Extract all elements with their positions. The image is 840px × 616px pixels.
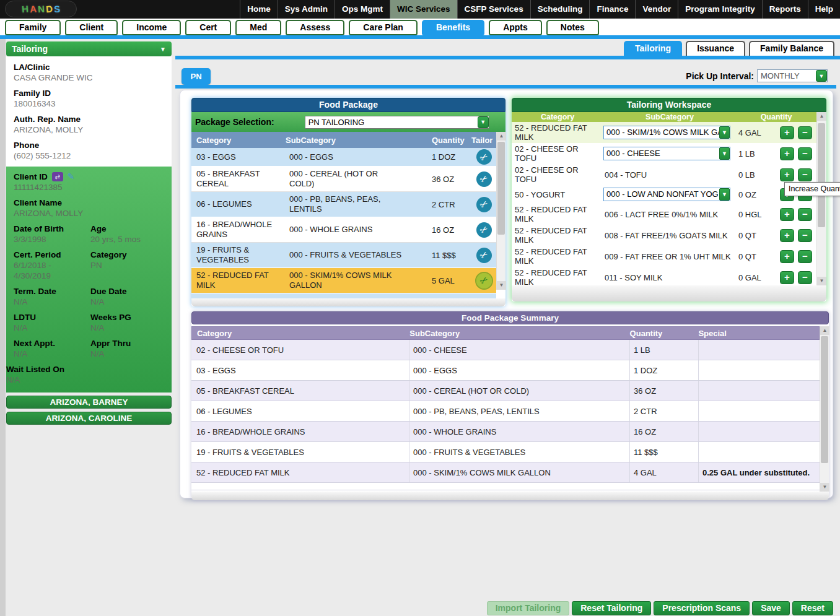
- table-row[interactable]: 03 - EGGS000 - EGGS1 DOZ✂: [191, 148, 496, 167]
- save-button[interactable]: Save: [752, 601, 790, 615]
- logo-letter: N: [37, 4, 45, 15]
- cell-quantity: 0 GAL: [736, 273, 776, 282]
- scroll-down-icon[interactable]: ▼: [497, 281, 506, 290]
- increase-quantity-button[interactable]: +: [780, 271, 794, 284]
- pickup-interval-select[interactable]: MONTHLY ▼: [757, 69, 828, 82]
- client-category-tab[interactable]: PN: [182, 68, 211, 85]
- tab-appts[interactable]: Appts: [489, 20, 542, 35]
- workspace-scrollbar[interactable]: ▲ ▼: [816, 112, 826, 285]
- scrollbar-thumb[interactable]: [497, 142, 505, 235]
- sidebar-section-dropdown[interactable]: Tailoring ▼: [6, 41, 172, 56]
- summary-scrollbar[interactable]: ▲ ▼: [820, 326, 829, 492]
- edit-client-icon[interactable]: ✎: [68, 172, 75, 181]
- cell-quantity: 1 DOZ: [630, 360, 699, 380]
- tab-cert[interactable]: Cert: [185, 20, 231, 35]
- increase-quantity-button[interactable]: +: [780, 168, 794, 181]
- tab-benefits[interactable]: Benefits: [422, 20, 484, 35]
- chevron-down-icon[interactable]: ▼: [478, 116, 489, 128]
- chevron-down-icon[interactable]: ▼: [719, 147, 730, 160]
- tailor-scissors-icon[interactable]: ✂: [476, 197, 492, 212]
- quantity-controls: +−: [776, 229, 816, 242]
- decrease-quantity-button[interactable]: −: [798, 208, 812, 221]
- top-nav-item-wic-services[interactable]: WIC Services: [390, 0, 457, 19]
- tailor-scissors-icon[interactable]: ✂: [476, 171, 492, 187]
- cell-quantity: 5 GAL: [432, 276, 471, 285]
- cell-quantity: 0 QT: [736, 252, 776, 261]
- top-nav-item-program-integrity[interactable]: Program Integrity: [678, 0, 762, 19]
- family-member-button-arizona-barney[interactable]: ARIZONA, BARNEY: [6, 396, 172, 409]
- tailor-scissors-icon[interactable]: ✂: [476, 273, 492, 288]
- transfer-client-icon[interactable]: ⇄: [52, 172, 63, 181]
- reset-button[interactable]: Reset: [792, 601, 833, 615]
- cell-subcategory: 000 - WHOLE GRAINS: [286, 222, 432, 237]
- tab-care-plan[interactable]: Care Plan: [349, 20, 418, 35]
- column-header-subcategory: SubCategory: [603, 112, 736, 122]
- tab-family-balance[interactable]: Family Balance: [749, 41, 834, 56]
- decrease-quantity-button[interactable]: −: [798, 126, 812, 139]
- tailor-scissors-icon[interactable]: ✂: [476, 248, 492, 263]
- tab-med[interactable]: Med: [235, 20, 281, 35]
- top-nav-item-home[interactable]: Home: [240, 0, 278, 19]
- chevron-down-icon[interactable]: ▼: [719, 188, 730, 201]
- decrease-quantity-button[interactable]: −: [798, 250, 812, 263]
- tab-client[interactable]: Client: [65, 20, 118, 35]
- tab-tailoring[interactable]: Tailoring: [624, 41, 682, 56]
- field-label: Cert. Period: [14, 249, 83, 260]
- cell-tailor: ✂: [471, 246, 496, 264]
- scrollbar-thumb[interactable]: [818, 123, 825, 227]
- table-row[interactable]: 06 - LEGUMES000 - PB, BEANS, PEAS, LENTI…: [191, 192, 496, 217]
- decrease-quantity-button[interactable]: −: [798, 229, 812, 242]
- tailor-scissors-icon[interactable]: ✂: [476, 222, 492, 238]
- scroll-down-icon[interactable]: ▼: [820, 483, 829, 492]
- top-nav-item-csfp-services[interactable]: CSFP Services: [457, 0, 530, 19]
- table-row[interactable]: 19 - FRUITS & VEGETABLES000 - FRUITS & V…: [191, 243, 496, 268]
- prescription-scans-button[interactable]: Prescription Scans: [654, 601, 750, 615]
- package-selection-select[interactable]: PN TAILORING ▼: [305, 116, 489, 129]
- top-nav-item-sys-admin[interactable]: Sys Admin: [278, 0, 335, 19]
- chevron-down-icon[interactable]: ▼: [719, 126, 730, 139]
- top-nav-item-reports[interactable]: Reports: [762, 0, 808, 19]
- increase-quantity-button[interactable]: +: [780, 126, 794, 139]
- cell-category: 06 - LEGUMES: [191, 197, 286, 212]
- scroll-up-icon[interactable]: ▲: [497, 132, 506, 141]
- reset-tailoring-button[interactable]: Reset Tailoring: [572, 601, 651, 615]
- scroll-up-icon[interactable]: ▲: [820, 326, 829, 335]
- decrease-quantity-button[interactable]: −: [798, 168, 812, 181]
- scissors-glyph: ✂: [478, 223, 491, 236]
- increase-quantity-button[interactable]: +: [780, 250, 794, 263]
- cell-category: 52 - REDUCED FAT MILK: [512, 122, 603, 143]
- scrollbar-thumb[interactable]: [821, 336, 828, 463]
- field-value: N/A: [6, 375, 164, 385]
- table-row[interactable]: 52 - REDUCED FAT MILK000 - SKIM/1% COWS …: [191, 268, 496, 293]
- increase-quantity-button[interactable]: +: [780, 229, 794, 242]
- subcategory-select[interactable]: 000 - CHEESE▼: [603, 147, 730, 160]
- tab-notes[interactable]: Notes: [546, 20, 599, 35]
- subcategory-select[interactable]: 000 - LOW AND NONFAT YOG▼: [603, 188, 730, 201]
- chevron-down-icon[interactable]: ▼: [816, 70, 827, 82]
- family-member-button-arizona-caroline[interactable]: ARIZONA, CAROLINE: [6, 412, 172, 425]
- tab-income[interactable]: Income: [122, 20, 181, 35]
- increase-quantity-button[interactable]: +: [780, 208, 794, 221]
- top-nav-item-vendor[interactable]: Vendor: [635, 0, 678, 19]
- subcategory-select[interactable]: 000 - SKIM/1% COWS MILK GA▼: [603, 126, 730, 139]
- top-nav-item-ops-mgmt[interactable]: Ops Mgmt: [335, 0, 390, 19]
- decrease-quantity-button[interactable]: −: [798, 271, 812, 284]
- tailor-scissors-icon[interactable]: ✂: [476, 149, 492, 165]
- table-row[interactable]: 05 - BREAKFAST CEREAL000 - CEREAL (HOT O…: [191, 167, 496, 192]
- tab-family[interactable]: Family: [5, 20, 61, 35]
- top-nav-item-help[interactable]: Help: [808, 0, 840, 19]
- scroll-down-icon[interactable]: ▼: [817, 277, 826, 285]
- table-row[interactable]: 16 - BREAD/WHOLE GRAINS000 - WHOLE GRAIN…: [191, 217, 496, 243]
- cell-subcategory: 000 - CEREAL (HOT OR COLD): [409, 381, 630, 401]
- food-package-scrollbar[interactable]: ▲ ▼: [496, 132, 505, 290]
- partial-row: [191, 293, 496, 298]
- increase-quantity-button[interactable]: +: [780, 147, 794, 160]
- cell-category: 02 - CHEESE OR TOFU: [512, 143, 603, 164]
- summary-row: 02 - CHEESE OR TOFU000 - CHEESE1 LB: [191, 340, 820, 360]
- top-nav-item-scheduling[interactable]: Scheduling: [530, 0, 590, 19]
- scroll-up-icon[interactable]: ▲: [817, 112, 826, 121]
- tab-issuance[interactable]: Issuance: [686, 41, 745, 56]
- tab-assess[interactable]: Assess: [286, 20, 344, 35]
- top-nav-item-finance[interactable]: Finance: [589, 0, 635, 19]
- decrease-quantity-button[interactable]: −: [798, 147, 812, 160]
